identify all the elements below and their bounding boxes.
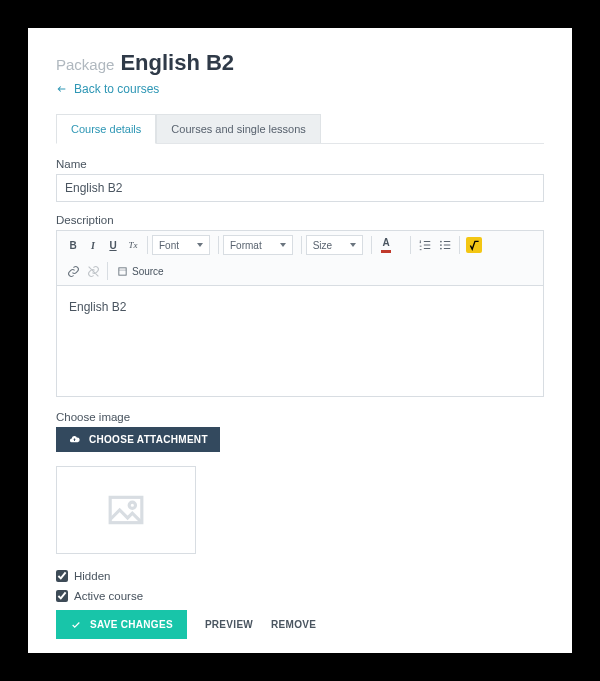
- unlink-icon: [87, 265, 100, 278]
- tabs: Course details Courses and single lesson…: [56, 114, 544, 144]
- hidden-label: Hidden: [74, 570, 110, 582]
- image-placeholder: [56, 466, 196, 554]
- tab-courses-lessons[interactable]: Courses and single lessons: [156, 114, 321, 143]
- svg-point-0: [440, 241, 442, 243]
- text-color-swatch: [381, 250, 391, 253]
- active-label: Active course: [74, 590, 143, 602]
- toolbar-separator: [107, 262, 108, 280]
- choose-image-label: Choose image: [56, 411, 544, 423]
- svg-point-1: [440, 244, 442, 246]
- chevron-down-icon: [280, 243, 286, 247]
- editor-toolbar: B I U Tx Font Format Size: [57, 231, 543, 286]
- name-label: Name: [56, 158, 544, 170]
- choose-attachment-label: CHOOSE ATTACHMENT: [89, 434, 208, 445]
- arrow-left-icon: [56, 84, 68, 94]
- math-button[interactable]: [464, 235, 484, 255]
- actions-row: SAVE CHANGES PREVIEW REMOVE: [56, 610, 544, 639]
- editor-body[interactable]: English B2: [57, 286, 543, 396]
- save-label: SAVE CHANGES: [90, 619, 173, 630]
- toolbar-separator: [410, 236, 411, 254]
- chevron-down-icon: [197, 243, 203, 247]
- source-icon: [117, 266, 128, 277]
- svg-rect-3: [119, 267, 126, 274]
- svg-point-2: [440, 248, 442, 250]
- page-title-row: Package English B2: [56, 50, 544, 76]
- hidden-checkbox-row[interactable]: Hidden: [56, 570, 544, 582]
- choose-attachment-button[interactable]: CHOOSE ATTACHMENT: [56, 427, 220, 452]
- dropdown-label: Format: [230, 240, 262, 251]
- rich-text-editor: B I U Tx Font Format Size: [56, 230, 544, 397]
- bullet-list-icon: [438, 238, 452, 252]
- active-checkbox-row[interactable]: Active course: [56, 590, 544, 602]
- toolbar-separator: [147, 236, 148, 254]
- back-link-label: Back to courses: [74, 82, 159, 96]
- tab-course-details[interactable]: Course details: [56, 114, 156, 144]
- toolbar-separator: [301, 236, 302, 254]
- text-color-caret[interactable]: [396, 235, 406, 255]
- math-icon: [466, 237, 482, 253]
- page-title: English B2: [120, 50, 234, 76]
- image-placeholder-icon: [102, 491, 150, 529]
- link-button[interactable]: [63, 261, 83, 281]
- save-button[interactable]: SAVE CHANGES: [56, 610, 187, 639]
- text-color-button[interactable]: A: [376, 235, 396, 255]
- check-icon: [70, 620, 82, 630]
- numbered-list-button[interactable]: [415, 235, 435, 255]
- svg-point-5: [129, 502, 135, 508]
- dropdown-label: Font: [159, 240, 179, 251]
- remove-button[interactable]: REMOVE: [271, 619, 316, 630]
- tab-label: Course details: [71, 123, 141, 135]
- source-button[interactable]: Source: [112, 261, 169, 281]
- bullet-list-button[interactable]: [435, 235, 455, 255]
- cloud-upload-icon: [68, 434, 81, 445]
- preview-button[interactable]: PREVIEW: [205, 619, 253, 630]
- font-dropdown[interactable]: Font: [152, 235, 210, 255]
- hidden-checkbox[interactable]: [56, 570, 68, 582]
- title-prefix: Package: [56, 56, 114, 73]
- toolbar-separator: [459, 236, 460, 254]
- toolbar-separator: [218, 236, 219, 254]
- active-checkbox[interactable]: [56, 590, 68, 602]
- chevron-down-icon: [350, 243, 356, 247]
- toolbar-separator: [371, 236, 372, 254]
- numbered-list-icon: [418, 238, 432, 252]
- description-label: Description: [56, 214, 544, 226]
- format-dropdown[interactable]: Format: [223, 235, 293, 255]
- clear-format-button[interactable]: Tx: [123, 235, 143, 255]
- source-label: Source: [132, 266, 164, 277]
- back-to-courses-link[interactable]: Back to courses: [56, 82, 159, 96]
- text-color-letter: A: [383, 238, 390, 248]
- link-icon: [67, 265, 80, 278]
- dropdown-label: Size: [313, 240, 332, 251]
- tab-label: Courses and single lessons: [171, 123, 306, 135]
- size-dropdown[interactable]: Size: [306, 235, 363, 255]
- content-panel: Package English B2 Back to courses Cours…: [28, 28, 572, 653]
- name-input[interactable]: [56, 174, 544, 202]
- clear-format-label: Tx: [129, 240, 138, 250]
- italic-button[interactable]: I: [83, 235, 103, 255]
- bold-button[interactable]: B: [63, 235, 83, 255]
- underline-button[interactable]: U: [103, 235, 123, 255]
- unlink-button[interactable]: [83, 261, 103, 281]
